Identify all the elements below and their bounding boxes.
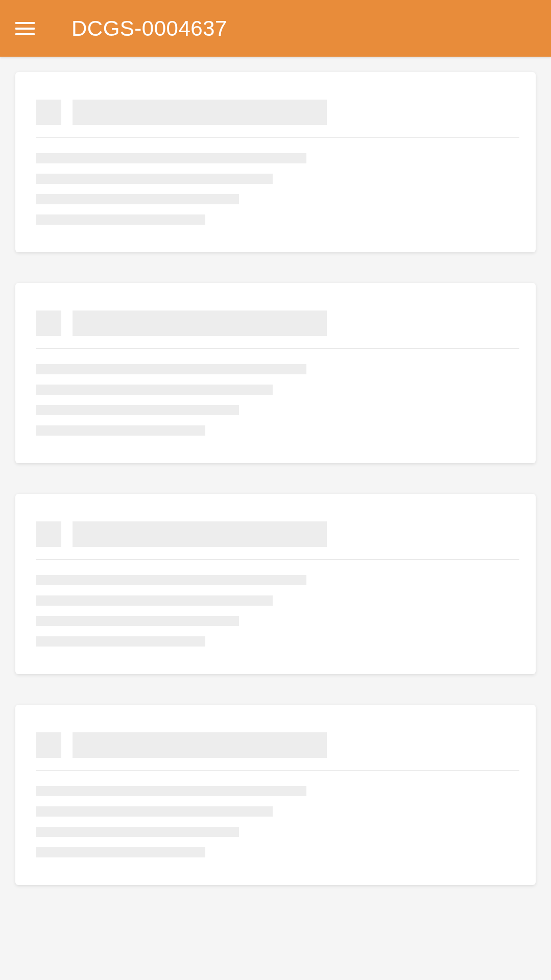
skeleton-line-placeholder xyxy=(36,214,205,225)
skeleton-card xyxy=(15,283,536,463)
skeleton-title-placeholder xyxy=(73,100,327,125)
skeleton-line-placeholder xyxy=(36,847,205,857)
skeleton-line-placeholder xyxy=(36,174,273,184)
skeleton-line-placeholder xyxy=(36,786,306,796)
skeleton-line-placeholder xyxy=(36,385,273,395)
skeleton-line-placeholder xyxy=(36,194,239,204)
app-bar: DCGS-0004637 xyxy=(0,0,551,57)
skeleton-line-placeholder xyxy=(36,595,273,606)
skeleton-title-placeholder xyxy=(73,732,327,758)
card-header xyxy=(36,732,519,771)
skeleton-title-placeholder xyxy=(73,310,327,336)
skeleton-line-placeholder xyxy=(36,364,306,374)
card-header xyxy=(36,521,519,560)
skeleton-line-placeholder xyxy=(36,405,239,415)
skeleton-card xyxy=(15,72,536,252)
skeleton-line-placeholder xyxy=(36,425,205,436)
skeleton-title-placeholder xyxy=(73,521,327,547)
page-title: DCGS-0004637 xyxy=(71,16,227,41)
skeleton-avatar-placeholder xyxy=(36,310,61,336)
menu-icon[interactable] xyxy=(15,18,36,39)
skeleton-card xyxy=(15,494,536,674)
skeleton-line-placeholder xyxy=(36,616,239,626)
skeleton-card xyxy=(15,705,536,885)
content-area xyxy=(0,57,551,931)
skeleton-line-placeholder xyxy=(36,827,239,837)
card-header xyxy=(36,310,519,349)
skeleton-avatar-placeholder xyxy=(36,732,61,758)
skeleton-line-placeholder xyxy=(36,806,273,817)
skeleton-line-placeholder xyxy=(36,636,205,647)
skeleton-avatar-placeholder xyxy=(36,521,61,547)
skeleton-avatar-placeholder xyxy=(36,100,61,125)
skeleton-line-placeholder xyxy=(36,575,306,585)
skeleton-line-placeholder xyxy=(36,153,306,163)
card-header xyxy=(36,100,519,138)
